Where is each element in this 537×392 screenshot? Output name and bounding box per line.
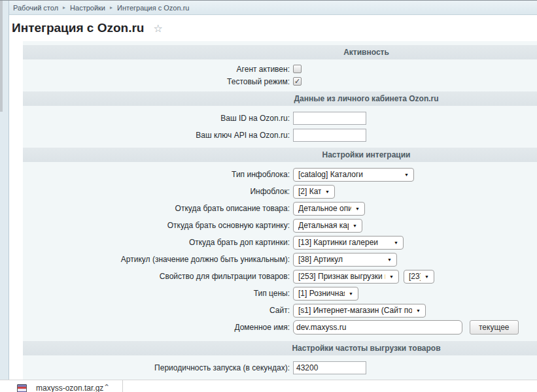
dropdown-arrow-icon: ▼ [387,257,392,262]
download-menu-chevron-icon[interactable]: ⌃ [103,383,110,392]
iblock-label: Инфоблок: [23,187,293,196]
dropdown-arrow-icon: ▼ [416,308,421,313]
dropdown-arrow-icon: ▼ [353,223,357,228]
ozon-id-label: Ваш ID на Ozon.ru: [23,114,293,123]
agent-active-checkbox[interactable] [293,65,302,73]
section-body-frequency: Периодичность запуска (в секундах): [23,355,537,380]
dropdown-arrow-icon: ▼ [389,274,394,279]
breadcrumb-separator-icon: ▸ [110,5,113,10]
breadcrumb-separator-icon: ▸ [63,5,65,10]
article-property-label: Артикул (значение должно быть уникальным… [23,255,293,264]
iblock-select[interactable]: [2] Каталог ▼ [293,185,335,199]
select-value: [23] да [409,272,421,281]
section-body-integration: Тип инфоблока: [catalog] Каталоги ▼ Инфо… [23,162,537,341]
filter-property-select[interactable]: [253] Признак выгрузки на ozon.ru ▼ [293,270,399,284]
form-row: Откуда брать доп картинки: [13] Картинки… [23,234,537,251]
select-value: [catalog] Каталоги [298,170,400,179]
admin-workarea: Рабочий стол ▸ Настройки ▸ Интеграция с … [9,1,537,392]
iblock-type-select[interactable]: [catalog] Каталоги ▼ [293,168,414,182]
dropdown-arrow-icon: ▼ [424,274,429,279]
description-source-select[interactable]: Детальное описание ▼ [293,202,365,216]
form-row: Сайт: [s1] Интернет-магазин (Сайт по умо… [23,302,537,319]
settings-form: Активность Агент активен: Тестовый режим… [23,41,537,385]
form-row: Откуда брать описание товара: Детальное … [23,200,537,217]
shelf-divider [122,380,123,392]
article-property-select[interactable]: [38] Артикул ▼ [293,253,397,267]
form-row: Ваш ключ API на Ozon.ru: [23,127,537,144]
form-row: Тип инфоблока: [catalog] Каталоги ▼ [23,166,537,183]
dropdown-arrow-icon: ▼ [325,189,330,194]
select-value: [1] Розничная цена [298,289,345,298]
breadcrumb-item-current: Интеграция с Ozon.ru [117,4,189,12]
filter-value-select[interactable]: [23] да ▼ [404,270,434,284]
current-domain-button[interactable]: текущее [470,320,519,335]
form-row: Ваш ID на Ozon.ru: [23,110,537,127]
section-header-activity: Активность [23,45,537,59]
favorite-star-icon[interactable]: ☆ [153,22,162,35]
form-row: Тестовый режим: ✓ [23,75,537,88]
title-bar: Интеграция с Ozon.ru ☆ [9,15,537,41]
description-source-label: Откуда брать описание товара: [23,204,293,213]
extra-pictures-source-select[interactable]: [13] Картинки галереи ▼ [293,236,404,250]
ozon-api-key-input[interactable] [293,129,366,142]
extra-pictures-source-label: Откуда брать доп картинки: [23,238,293,247]
downloaded-file-name: maxyss-ozon.tar.gz [36,384,103,392]
domain-name-label: Доменное имя: [23,323,293,332]
dropdown-arrow-icon: ▼ [355,206,360,211]
ozon-id-input[interactable] [293,112,366,125]
downloaded-file-item[interactable]: maxyss-ozon.tar.gz [17,384,103,392]
filter-property-label: Свойство для фильтрации товаров: [23,272,293,281]
select-value: Детальная картинка [298,221,349,230]
breadcrumb: Рабочий стол ▸ Настройки ▸ Интеграция с … [9,1,537,15]
price-type-select[interactable]: [1] Розничная цена ▼ [293,287,358,301]
section-header-frequency: Настройки частоты выгрузки товаров [23,341,537,355]
iblock-type-label: Тип инфоблока: [23,170,293,179]
period-label: Периодичность запуска (в секундах): [23,363,293,372]
domain-name-input[interactable] [293,320,462,335]
form-row: Периодичность запуска (в секундах): [23,359,537,376]
select-value: [13] Картинки галереи [298,238,390,247]
select-value: Детальное описание [298,204,351,213]
breadcrumb-item-desktop[interactable]: Рабочий стол [13,4,58,12]
section-body-activity: Агент активен: Тестовый режим: ✓ [23,59,537,91]
section-header-account: Данные из личного кабинета Ozon.ru [23,91,537,106]
select-value: [s1] Интернет-магазин (Сайт по умолчанию… [298,306,412,315]
price-type-label: Тип цены: [23,289,293,298]
form-row: Доменное имя: текущее [23,319,537,336]
form-row: Откуда брать основную картинку: Детальна… [23,217,537,234]
form-row: Агент активен: [23,63,537,75]
download-shelf: maxyss-ozon.tar.gz ⌃ [0,380,537,392]
period-input[interactable] [293,361,366,374]
form-row: Инфоблок: [2] Каталог ▼ [23,183,537,200]
site-label: Сайт: [23,306,293,315]
select-value: [2] Каталог [298,187,321,196]
test-mode-label: Тестовый режим: [23,77,293,86]
main-picture-source-label: Откуда брать основную картинку: [23,221,293,230]
collapsed-menu-strip[interactable] [0,1,9,380]
site-select[interactable]: [s1] Интернет-магазин (Сайт по умолчанию… [293,304,426,318]
menu-scrollbar-thumb[interactable] [0,1,3,112]
main-picture-source-select[interactable]: Детальная картинка ▼ [293,219,362,233]
select-value: [38] Артикул [298,255,383,264]
section-body-account: Ваш ID на Ozon.ru: Ваш ключ API на Ozon.… [23,106,537,148]
select-value: [253] Признак выгрузки на ozon.ru [298,272,385,281]
form-row: Артикул (значение должно быть уникальным… [23,251,537,268]
form-row: Свойство для фильтрации товаров: [253] П… [23,268,537,285]
dropdown-arrow-icon: ▼ [349,291,353,296]
test-mode-checkbox[interactable]: ✓ [293,77,302,86]
page-title: Интеграция с Ozon.ru [12,21,144,35]
form-row: Тип цены: [1] Розничная цена ▼ [23,285,537,302]
ozon-api-key-label: Ваш ключ API на Ozon.ru: [23,131,293,140]
archive-file-icon [17,384,27,392]
dropdown-arrow-icon: ▼ [404,172,409,177]
agent-active-label: Агент активен: [23,65,293,74]
breadcrumb-item-settings[interactable]: Настройки [70,4,105,12]
section-header-integration: Настройки интеграции [23,148,537,162]
dropdown-arrow-icon: ▼ [394,240,398,245]
